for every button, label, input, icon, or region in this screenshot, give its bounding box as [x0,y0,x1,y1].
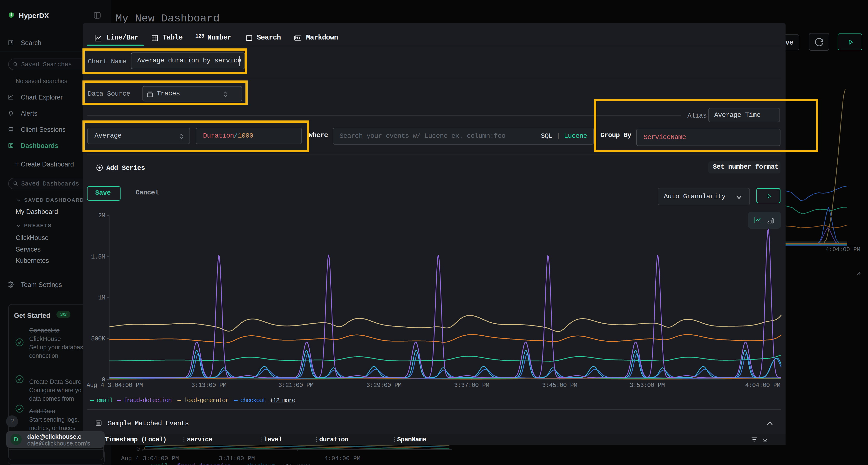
svg-text:3:21:00 PM: 3:21:00 PM [278,382,313,389]
svg-text:+15 more: +15 more [282,463,311,465]
svg-text:3:37:00 PM: 3:37:00 PM [454,382,489,389]
svg-text:3:45:00 PM: 3:45:00 PM [542,382,577,389]
svg-text:Aug 4 3:04:00 PM: Aug 4 3:04:00 PM [87,382,143,389]
svg-text:2M: 2M [98,212,105,219]
svg-text:Aug 4 3:04:00 PM: Aug 4 3:04:00 PM [121,455,179,462]
svg-text:— checkout: — checkout [239,463,275,465]
svg-text:4:04:00 PM: 4:04:00 PM [745,382,780,389]
svg-text:0: 0 [136,446,140,452]
svg-text:500K: 500K [91,335,105,342]
svg-text:3:31:00 PM: 3:31:00 PM [219,455,255,462]
svg-text:4:04:00 PM: 4:04:00 PM [826,246,860,253]
svg-text:— email: — email [143,463,168,465]
svg-text:3:53:00 PM: 3:53:00 PM [629,382,665,389]
svg-text:1.5M: 1.5M [91,254,105,261]
svg-text:4:04:00 PM: 4:04:00 PM [324,455,361,462]
svg-text:1M: 1M [98,294,105,301]
svg-text:3:29:00 PM: 3:29:00 PM [366,382,401,389]
svg-text:— fraud-detection: — fraud-detection [169,463,231,465]
svg-text:3:13:00 PM: 3:13:00 PM [191,382,226,389]
